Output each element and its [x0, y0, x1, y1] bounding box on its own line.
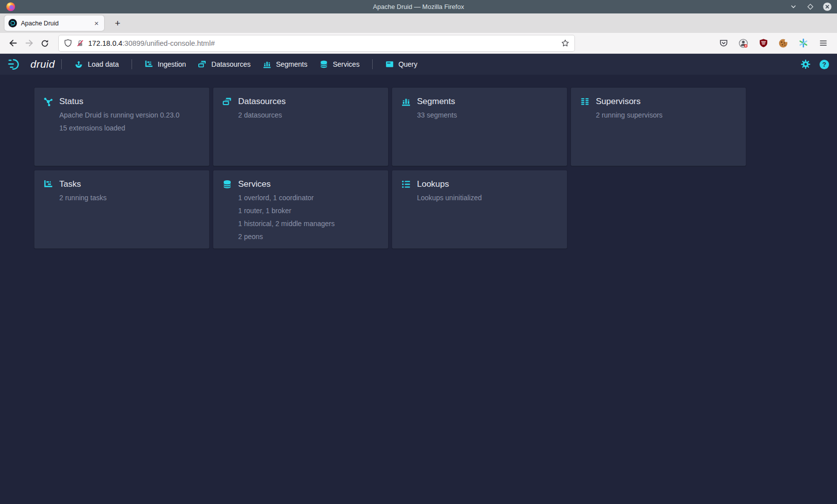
- new-tab-button[interactable]: +: [111, 17, 124, 30]
- navbar-divider: [372, 59, 373, 69]
- nav-item-label: Ingestion: [158, 60, 186, 68]
- bookmark-star-icon[interactable]: [561, 39, 569, 47]
- url-text[interactable]: 172.18.0.4:30899/unified-console.html#: [88, 39, 561, 47]
- tasks-card[interactable]: Tasks 2 running tasks: [34, 170, 209, 249]
- asterisk-extension-button[interactable]: [796, 36, 810, 50]
- url-path: :30899/unified-console.html#: [123, 39, 215, 47]
- nav-item-services[interactable]: Services: [313, 54, 366, 75]
- forward-arrow-icon: [24, 38, 34, 48]
- druid-brand-text: druid: [30, 58, 55, 70]
- tab-strip: Apache Druid × +: [0, 13, 837, 33]
- lookups-card[interactable]: Lookups Lookups uninitialized: [392, 170, 567, 249]
- tracking-protection-shield-icon[interactable]: [64, 39, 72, 47]
- tab-title: Apache Druid: [21, 20, 93, 27]
- card-line: 2 peons: [238, 233, 379, 240]
- window-titlebar: Apache Druid — Mozilla Firefox: [0, 0, 837, 13]
- nav-item-label: Query: [399, 60, 418, 68]
- gantt-chart-icon: [144, 60, 153, 69]
- pocket-button[interactable]: [716, 36, 730, 50]
- back-button[interactable]: [5, 36, 21, 51]
- window-minimize-button[interactable]: [789, 2, 798, 11]
- close-circle-icon: [823, 2, 832, 11]
- diamond-icon: [807, 3, 814, 10]
- reload-button[interactable]: [37, 36, 53, 51]
- graph-icon: [43, 97, 53, 107]
- stacked-layers-icon: [222, 97, 232, 107]
- browser-toolbar: 172.18.0.4:30899/unified-console.html#: [0, 33, 837, 54]
- card-line: 2 running tasks: [59, 194, 200, 201]
- nav-item-label: Segments: [276, 60, 307, 68]
- url-bar[interactable]: 172.18.0.4:30899/unified-console.html#: [59, 35, 574, 51]
- card-title: Supervisors: [596, 97, 641, 107]
- account-extension-button[interactable]: [736, 36, 750, 50]
- status-card[interactable]: Status Apache Druid is running version 0…: [34, 88, 209, 166]
- insecure-lock-icon[interactable]: [76, 39, 84, 47]
- forward-button[interactable]: [21, 36, 37, 51]
- card-line: Apache Druid is running version 0.23.0: [59, 112, 200, 119]
- druid-logo-icon: [8, 58, 26, 71]
- card-line: 2 running supervisors: [596, 112, 737, 119]
- druid-favicon-icon: [8, 19, 17, 27]
- nav-item-query[interactable]: Query: [379, 54, 423, 75]
- nav-item-label: Datasources: [211, 60, 251, 68]
- asterisk-icon: [799, 38, 808, 48]
- nav-item-label: Services: [333, 60, 360, 68]
- services-card[interactable]: Services 1 overlord, 1 coordinator 1 rou…: [213, 170, 388, 249]
- datasources-card[interactable]: Datasources 2 datasources: [213, 88, 388, 166]
- druid-home-view: Status Apache Druid is running version 0…: [0, 75, 837, 504]
- cloud-upload-icon: [74, 60, 83, 69]
- nav-item-ingestion[interactable]: Ingestion: [139, 54, 192, 75]
- card-line: Lookups uninitialized: [417, 194, 558, 201]
- properties-icon: [401, 179, 411, 189]
- nav-item-datasources[interactable]: Datasources: [192, 54, 257, 75]
- chevron-down-icon: [790, 3, 797, 10]
- card-title: Lookups: [417, 179, 449, 189]
- window-title: Apache Druid — Mozilla Firefox: [0, 3, 837, 10]
- card-title: Tasks: [59, 179, 81, 189]
- druid-logo[interactable]: druid: [8, 58, 55, 71]
- database-icon: [222, 179, 232, 189]
- window-maximize-button[interactable]: [806, 2, 815, 11]
- navbar-divider: [132, 59, 132, 69]
- tab-close-button[interactable]: ×: [93, 19, 100, 27]
- list-columns-icon: [580, 97, 590, 107]
- cookie-icon: [778, 38, 788, 48]
- menu-button[interactable]: [816, 36, 830, 50]
- nav-item-segments[interactable]: Segments: [257, 54, 313, 75]
- card-line: 15 extensions loaded: [59, 125, 200, 131]
- card-title: Status: [59, 97, 83, 107]
- reload-icon: [40, 39, 49, 48]
- back-arrow-icon: [8, 38, 18, 48]
- window-close-button[interactable]: [823, 2, 832, 11]
- ublock-origin-button[interactable]: [756, 36, 770, 50]
- tab-apache-druid[interactable]: Apache Druid ×: [4, 15, 104, 31]
- card-line: 1 router, 1 broker: [238, 207, 379, 214]
- bar-chart-icon: [263, 60, 272, 69]
- gantt-chart-icon: [43, 179, 53, 189]
- pocket-icon: [719, 38, 728, 48]
- card-title: Services: [238, 179, 271, 189]
- bar-chart-icon: [401, 97, 411, 107]
- help-button[interactable]: ?: [820, 60, 829, 69]
- ublock-shield-icon: [759, 38, 768, 48]
- cards-grid: Status Apache Druid is running version 0…: [34, 88, 752, 249]
- application-icon: [385, 60, 394, 69]
- segments-card[interactable]: Segments 33 segments: [392, 88, 567, 166]
- url-host: 172.18.0.4: [88, 39, 123, 47]
- cookie-extension-button[interactable]: [776, 36, 790, 50]
- database-icon: [319, 60, 328, 69]
- card-line: 2 datasources: [238, 112, 379, 119]
- card-line: 33 segments: [417, 112, 558, 119]
- card-line: 1 overlord, 1 coordinator: [238, 194, 379, 201]
- supervisors-card[interactable]: Supervisors 2 running supervisors: [571, 88, 746, 166]
- druid-navbar: druid Load data Ingestion Datasources: [0, 54, 837, 75]
- card-title: Datasources: [238, 97, 285, 107]
- nav-item-load-data[interactable]: Load data: [68, 54, 125, 75]
- navbar-divider: [61, 59, 62, 69]
- gear-icon: [801, 59, 811, 69]
- help-icon: ?: [820, 60, 829, 69]
- settings-button[interactable]: [801, 59, 811, 69]
- person-circle-icon: [738, 38, 748, 48]
- nav-item-label: Load data: [88, 60, 119, 68]
- stacked-layers-icon: [198, 60, 207, 69]
